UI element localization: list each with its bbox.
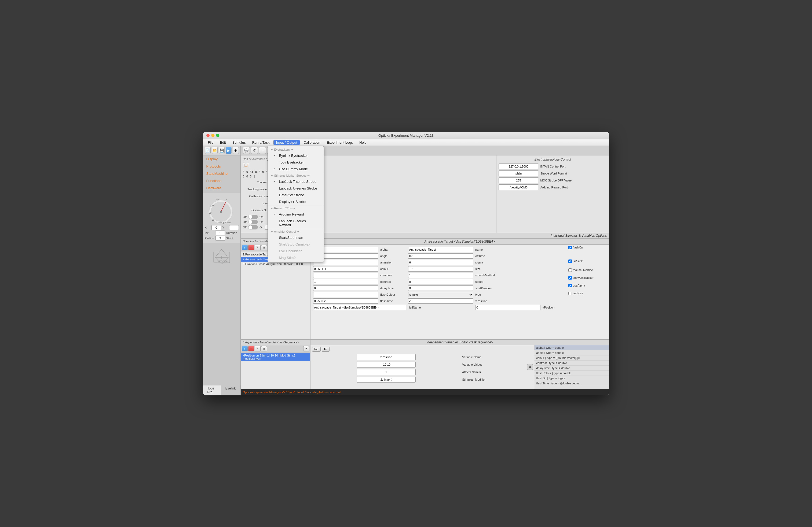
mouseoverride-checkbox[interactable] xyxy=(568,268,572,272)
var-list-item-4[interactable]: contrast | type = double xyxy=(534,361,609,366)
menu-labjack-u-strobe[interactable]: LabJack U-series Strobe xyxy=(268,185,324,192)
radius-input[interactable] xyxy=(216,236,225,241)
var-copy-btn[interactable]: ⧉ xyxy=(261,346,267,351)
log-btn[interactable]: log xyxy=(312,347,321,352)
flashtime-input[interactable] xyxy=(313,298,378,304)
new-btn[interactable]: 📄 xyxy=(205,147,211,154)
stimulus-edit-btn[interactable]: ✎ xyxy=(255,245,261,250)
variable-values-input[interactable] xyxy=(357,362,416,367)
isvisible-checkbox[interactable] xyxy=(568,259,572,263)
size-input[interactable] xyxy=(408,266,473,272)
refresh-btn[interactable]: ↺ xyxy=(251,147,258,154)
name-input[interactable] xyxy=(408,247,473,252)
menu-arduino-reward[interactable]: ✓ Arduino Reward xyxy=(268,211,324,218)
stimulus-remove-btn[interactable]: − xyxy=(248,245,254,250)
intan-port-input[interactable] xyxy=(498,164,539,169)
var-list-item-2[interactable]: angle | type = double xyxy=(534,350,609,356)
contrast-input[interactable] xyxy=(313,279,378,284)
startposition-input[interactable] xyxy=(408,285,473,291)
menu-input-output[interactable]: Input / Output xyxy=(273,140,300,145)
menu-run-task[interactable]: Run a Task xyxy=(249,140,272,145)
var-list-item-8[interactable]: flashTime | type = {[double vecto... xyxy=(534,381,609,386)
play-btn[interactable]: ▶ xyxy=(226,147,232,154)
var-add-btn[interactable]: + xyxy=(242,346,248,351)
io-copy-btn[interactable]: 📋 xyxy=(243,162,249,168)
menu-labjack-u-reward[interactable]: LabJack U-series Reward xyxy=(268,218,324,228)
sidebar-item-functions[interactable]: Functions xyxy=(203,177,241,184)
init-input[interactable] xyxy=(215,230,225,235)
stimulus-modifier-input[interactable] xyxy=(357,377,416,382)
toggle-3[interactable] xyxy=(248,225,258,229)
menu-file[interactable]: File xyxy=(205,140,216,145)
var-list-item-1[interactable]: alpha | type = double xyxy=(534,345,609,350)
gauge-area: 90 120 150 3 60 Sample rate X Y Init xyxy=(203,193,241,243)
tab-eyelink[interactable]: Eyelink xyxy=(221,386,241,395)
close-button[interactable] xyxy=(206,134,209,137)
sidebar-item-display[interactable]: Display xyxy=(203,155,241,163)
open-btn[interactable]: 📂 xyxy=(212,147,218,154)
forward-btn[interactable]: → xyxy=(259,147,266,154)
showontracker-checkbox[interactable] xyxy=(568,276,572,280)
sidebar-item-hardware[interactable]: Hardware xyxy=(203,184,241,192)
moc-value-input[interactable] xyxy=(498,178,539,183)
menu-calibration[interactable]: Calibration xyxy=(301,140,323,145)
var-list-item-7[interactable]: flashOn | type = logical xyxy=(534,376,609,381)
minimize-button[interactable] xyxy=(211,134,214,137)
transfer-arrow-btn[interactable]: ⇔ xyxy=(527,364,533,370)
menu-datapixx-strobe[interactable]: DataPixx Strobe xyxy=(268,192,324,198)
toggle-1[interactable] xyxy=(248,215,258,219)
arduino-port-input[interactable] xyxy=(498,184,539,190)
chat-btn[interactable]: 💬 xyxy=(243,147,250,154)
sigma-input[interactable] xyxy=(408,260,473,265)
type-select[interactable]: simple xyxy=(408,292,473,297)
var-help-btn[interactable]: ? xyxy=(303,346,309,351)
x-input[interactable] xyxy=(212,225,221,230)
menu-start-stop-intan[interactable]: Start/Stop Intan xyxy=(268,234,324,241)
yposition-input[interactable] xyxy=(475,305,540,310)
menu-stimulus[interactable]: Stimulus xyxy=(230,140,248,145)
flashcolour-input[interactable] xyxy=(313,292,378,297)
save-btn[interactable]: 💾 xyxy=(219,147,224,154)
fullname-input[interactable] xyxy=(313,305,406,310)
xposition-input[interactable] xyxy=(408,298,473,304)
var-remove-btn[interactable]: − xyxy=(248,346,254,351)
offtime-input[interactable] xyxy=(408,253,473,259)
menu-help[interactable]: Help xyxy=(357,140,369,145)
comment-input[interactable] xyxy=(313,273,378,278)
menu-experiment-logs[interactable]: Experiment Logs xyxy=(324,140,356,145)
flashon-checkbox[interactable] xyxy=(568,246,572,249)
smoothmethod-input[interactable] xyxy=(408,273,473,278)
strobe-word-input[interactable] xyxy=(498,170,539,176)
fullscreen-button[interactable] xyxy=(216,134,219,137)
menu-edit[interactable]: Edit xyxy=(217,140,228,145)
detail-row-flashcolour: flashColour simple type xyxy=(312,291,565,298)
usealpha-label: useAlpha xyxy=(573,284,585,287)
sidebar-item-statemachine[interactable]: StateMachine xyxy=(203,170,241,177)
stimulus-add-btn[interactable]: + xyxy=(242,245,248,250)
menu-eyelink-eyetracker[interactable]: ✓ Eyelink Eyetracker xyxy=(268,152,324,159)
var-item-1[interactable]: xPosition on Stim: 1|-10 10 | Mod-Stim:2… xyxy=(241,353,310,361)
colour-input[interactable] xyxy=(313,266,378,272)
start-stop-omniplex-label: Start/Stop Omniplex xyxy=(279,242,310,246)
verbose-checkbox[interactable] xyxy=(568,292,572,295)
var-list-item-5[interactable]: delayTime | type = double xyxy=(534,366,609,371)
menu-labjack-t-strobe[interactable]: ✓ LabJack T-series Strobe xyxy=(268,178,324,185)
menu-use-dummy-mode[interactable]: ✓ Use Dummy Mode xyxy=(268,166,324,172)
var-list-item-3[interactable]: colour | type = {[double vector],{}} xyxy=(534,356,609,361)
menu-tobii-eyetracker[interactable]: Tobii Eyetracker xyxy=(268,159,324,166)
stimulus-copy-btn[interactable]: ⧉ xyxy=(261,245,267,250)
menu-displaypp-strobe[interactable]: Display++ Strobe xyxy=(268,198,324,205)
affects-stimuli-input[interactable] xyxy=(357,369,416,375)
usealpha-checkbox[interactable] xyxy=(568,284,572,287)
tab-tobii[interactable]: Tobii Pro xyxy=(203,386,221,395)
speed-input[interactable] xyxy=(408,279,473,284)
delaytime-input[interactable] xyxy=(313,285,378,291)
sidebar-item-protocols[interactable]: Protocols xyxy=(203,163,241,170)
var-list-item-6[interactable]: flashColour | type = double xyxy=(534,371,609,376)
y-input[interactable] xyxy=(229,225,239,230)
var-edit-btn[interactable]: ✎ xyxy=(255,346,261,351)
toggle-2[interactable] xyxy=(248,220,258,224)
lin-btn[interactable]: lin xyxy=(322,347,330,352)
variable-name-input[interactable] xyxy=(357,354,416,360)
settings-btn[interactable]: ⚙ xyxy=(233,147,238,154)
